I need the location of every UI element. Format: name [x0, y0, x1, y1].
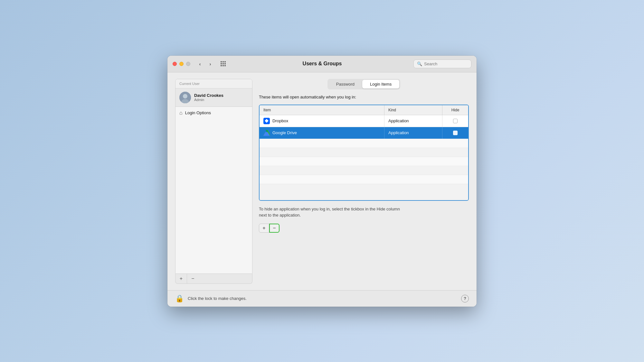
avatar-svg — [179, 92, 191, 103]
lock-text: Click the lock to make changes. — [188, 296, 457, 301]
cell-item-googledrive: Google Drive — [260, 127, 384, 139]
window-title: Users & Groups — [231, 61, 413, 67]
sidebar-header: Current User — [175, 79, 252, 88]
sidebar-login-options[interactable]: ⌂ Login Options — [175, 107, 252, 119]
bottom-bar: 🔒 Click the lock to make changes. ? — [167, 290, 477, 307]
lock-icon[interactable]: 🔒 — [175, 294, 184, 303]
dropbox-diamond — [265, 119, 269, 123]
cell-kind-googledrive: Application — [384, 127, 442, 139]
user-role: Admin — [194, 98, 248, 102]
close-button[interactable] — [173, 62, 177, 66]
cell-item-dropbox: Dropbox — [260, 115, 384, 127]
tab-login-items[interactable]: Login Items — [362, 80, 399, 88]
traffic-lights — [173, 62, 190, 66]
minimize-button[interactable] — [179, 62, 184, 66]
login-options-label: Login Options — [185, 110, 211, 115]
cell-hide-dropbox[interactable] — [442, 115, 468, 127]
googledrive-icon — [263, 130, 270, 136]
sidebar-user-item[interactable]: David Crookes Admin — [175, 88, 252, 107]
table-row-empty — [260, 139, 468, 148]
sidebar-controls: + − — [175, 274, 252, 284]
search-bar[interactable]: 🔍 — [413, 60, 471, 68]
hint-text: To hide an application when you log in, … — [259, 206, 469, 218]
add-item-button[interactable]: + — [259, 224, 269, 233]
login-items-table: Item Kind Hide Dropbox Application — [259, 105, 469, 201]
table-row-empty — [260, 157, 468, 166]
user-info: David Crookes Admin — [194, 93, 248, 102]
column-kind: Kind — [384, 105, 442, 115]
nav-buttons: ‹ › — [195, 59, 215, 68]
table-row-empty — [260, 148, 468, 157]
maximize-button[interactable] — [186, 62, 190, 66]
app-grid-button[interactable] — [219, 59, 228, 68]
gdrive-svg — [263, 130, 270, 136]
sidebar: Current User David Crookes Admin — [175, 79, 252, 284]
table-row-empty — [260, 184, 468, 200]
back-button[interactable]: ‹ — [195, 59, 204, 68]
table-row-empty — [260, 166, 468, 175]
table-header: Item Kind Hide — [260, 105, 468, 115]
hide-checkbox-dropbox[interactable] — [453, 119, 458, 123]
cell-hide-googledrive[interactable] — [442, 127, 468, 139]
sidebar-remove-button[interactable]: − — [187, 274, 199, 283]
tab-bar: Password Login Items — [327, 79, 400, 89]
help-button[interactable]: ? — [461, 295, 469, 302]
titlebar: ‹ › Users & Groups 🔍 — [167, 56, 477, 72]
user-name: David Crookes — [194, 93, 248, 98]
dropbox-icon — [263, 118, 270, 124]
main-panel: Password Login Items These items will op… — [259, 79, 469, 284]
hide-checkbox-googledrive[interactable] — [453, 131, 458, 135]
remove-item-button[interactable]: − — [269, 224, 279, 233]
table-row[interactable]: Google Drive Application — [260, 127, 468, 139]
column-hide: Hide — [442, 105, 468, 115]
tab-password[interactable]: Password — [328, 80, 362, 88]
table-row[interactable]: Dropbox Application — [260, 115, 468, 127]
description-text: These items will open automatically when… — [259, 95, 469, 99]
column-item: Item — [260, 105, 384, 115]
cell-kind-dropbox: Application — [384, 115, 442, 127]
dropbox-label: Dropbox — [272, 118, 288, 123]
content-area: Current User David Crookes Admin — [167, 72, 477, 290]
forward-button[interactable]: › — [206, 59, 215, 68]
sidebar-panel: Current User David Crookes Admin — [175, 79, 252, 274]
grid-icon — [221, 61, 226, 66]
avatar — [179, 92, 191, 103]
house-icon: ⌂ — [179, 110, 183, 116]
googledrive-label: Google Drive — [272, 130, 297, 135]
sidebar-add-button[interactable]: + — [175, 274, 187, 283]
search-icon: 🔍 — [417, 61, 422, 66]
add-remove-buttons: + − — [259, 224, 469, 233]
search-input[interactable] — [424, 61, 468, 66]
svg-point-1 — [183, 94, 187, 98]
main-window: ‹ › Users & Groups 🔍 Current User — [167, 56, 477, 307]
table-row-empty — [260, 175, 468, 184]
